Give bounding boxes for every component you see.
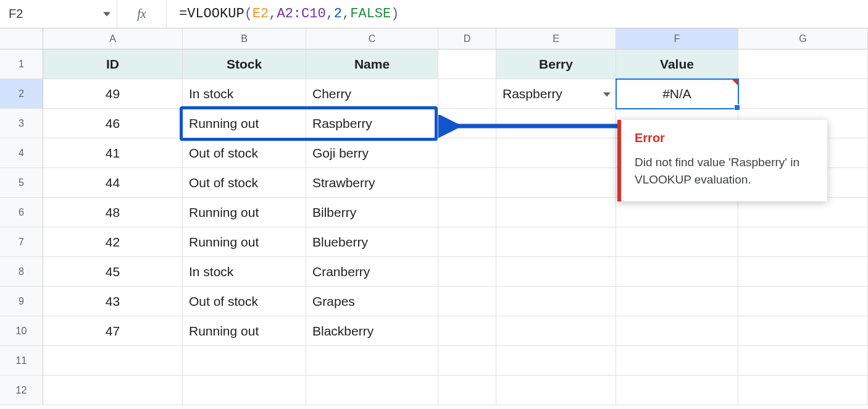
cell-B12[interactable] — [183, 376, 306, 405]
row-header-5[interactable]: 5 — [0, 168, 43, 198]
cell-B3[interactable]: Running out — [183, 109, 306, 138]
row-header-8[interactable]: 8 — [0, 257, 43, 287]
cell-B1[interactable]: Stock — [183, 49, 306, 79]
cell-E5[interactable] — [496, 168, 616, 198]
col-header-D[interactable]: D — [438, 28, 496, 49]
cell-G10[interactable] — [738, 316, 868, 346]
cell-A1[interactable]: ID — [43, 49, 183, 79]
cell-A11[interactable] — [43, 346, 183, 376]
cell-E11[interactable] — [496, 346, 616, 376]
name-box-dropdown-icon[interactable] — [103, 7, 111, 21]
cell-E1[interactable]: Berry — [496, 49, 616, 79]
cell-D6[interactable] — [438, 198, 496, 227]
cell-D8[interactable] — [438, 257, 496, 287]
cell-F10[interactable] — [616, 316, 738, 346]
cell-G2[interactable] — [738, 79, 868, 109]
cell-B9[interactable]: Out of stock — [183, 287, 306, 316]
cell-D2[interactable] — [438, 79, 496, 109]
cell-G11[interactable] — [738, 346, 868, 376]
row-header-3[interactable]: 3 — [0, 109, 43, 138]
cell-C8[interactable]: Cranberry — [306, 257, 438, 287]
cell-E2[interactable]: Raspberry — [496, 79, 616, 109]
cell-C2[interactable]: Cherry — [306, 79, 438, 109]
col-header-C[interactable]: C — [306, 28, 438, 49]
row-header-11[interactable]: 11 — [0, 346, 43, 376]
cell-E8[interactable] — [496, 257, 616, 287]
cell-C6[interactable]: Bilberry — [306, 198, 438, 227]
cell-G6[interactable] — [738, 198, 868, 227]
cell-C10[interactable]: Blackberry — [306, 316, 438, 346]
cell-E4[interactable] — [496, 138, 616, 168]
row-header-4[interactable]: 4 — [0, 138, 43, 168]
cell-D7[interactable] — [438, 227, 496, 257]
col-header-E[interactable]: E — [496, 28, 616, 49]
cell-G7[interactable] — [738, 227, 868, 257]
cell-F1[interactable]: Value — [616, 49, 738, 79]
cell-D5[interactable] — [438, 168, 496, 198]
cell-C5[interactable]: Strawberry — [306, 168, 438, 198]
dropdown-icon[interactable] — [603, 86, 611, 101]
cell-F6[interactable] — [616, 198, 738, 227]
cell-A10[interactable]: 47 — [43, 316, 183, 346]
cell-A12[interactable] — [43, 376, 183, 405]
row-header-7[interactable]: 7 — [0, 227, 43, 257]
cell-D3[interactable] — [438, 109, 496, 138]
cell-G9[interactable] — [738, 287, 868, 316]
cell-A9[interactable]: 43 — [43, 287, 183, 316]
cell-B4[interactable]: Out of stock — [183, 138, 306, 168]
cell-B11[interactable] — [183, 346, 306, 376]
cell-C3[interactable]: Raspberry — [306, 109, 438, 138]
name-box[interactable]: F2 — [0, 0, 117, 28]
cell-A3[interactable]: 46 — [43, 109, 183, 138]
col-header-B[interactable]: B — [183, 28, 306, 49]
cell-F11[interactable] — [616, 346, 738, 376]
formula-input[interactable]: =VLOOKUP(E2,A2:C10,2,FALSE) — [167, 0, 868, 28]
cell-B8[interactable]: In stock — [183, 257, 306, 287]
cell-B10[interactable]: Running out — [183, 316, 306, 346]
cell-D4[interactable] — [438, 138, 496, 168]
cell-C11[interactable] — [306, 346, 438, 376]
cell-C4[interactable]: Goji berry — [306, 138, 438, 168]
row-header-10[interactable]: 10 — [0, 316, 43, 346]
select-all-corner[interactable] — [0, 28, 43, 49]
cell-B7[interactable]: Running out — [183, 227, 306, 257]
cell-A2[interactable]: 49 — [43, 79, 183, 109]
cell-E3[interactable] — [496, 109, 616, 138]
row-header-6[interactable]: 6 — [0, 198, 43, 227]
cell-A8[interactable]: 45 — [43, 257, 183, 287]
cell-E10[interactable] — [496, 316, 616, 346]
cell-G8[interactable] — [738, 257, 868, 287]
cell-A7[interactable]: 42 — [43, 227, 183, 257]
cell-D11[interactable] — [438, 346, 496, 376]
cell-F12[interactable] — [616, 376, 738, 405]
cell-B2[interactable]: In stock — [183, 79, 306, 109]
cell-A6[interactable]: 48 — [43, 198, 183, 227]
cell-G12[interactable] — [738, 376, 868, 405]
row-header-1[interactable]: 1 — [0, 49, 43, 79]
cell-C7[interactable]: Blueberry — [306, 227, 438, 257]
cell-C9[interactable]: Grapes — [306, 287, 438, 316]
cell-A4[interactable]: 41 — [43, 138, 183, 168]
cell-E9[interactable] — [496, 287, 616, 316]
row-header-2[interactable]: 2 — [0, 79, 43, 109]
cell-F7[interactable] — [616, 227, 738, 257]
cell-C1[interactable]: Name — [306, 49, 438, 79]
row-header-9[interactable]: 9 — [0, 287, 43, 316]
cell-F8[interactable] — [616, 257, 738, 287]
cell-A5[interactable]: 44 — [43, 168, 183, 198]
cell-F2[interactable]: #N/A — [616, 79, 738, 109]
col-header-F[interactable]: F — [616, 28, 738, 49]
cell-D1[interactable] — [438, 49, 496, 79]
cell-C12[interactable] — [306, 376, 438, 405]
cell-B5[interactable]: Out of stock — [183, 168, 306, 198]
cell-E6[interactable] — [496, 198, 616, 227]
cell-D9[interactable] — [438, 287, 496, 316]
cell-F9[interactable] — [616, 287, 738, 316]
cell-D10[interactable] — [438, 316, 496, 346]
row-header-12[interactable]: 12 — [0, 376, 43, 405]
cell-G1[interactable] — [738, 49, 868, 79]
col-header-A[interactable]: A — [43, 28, 183, 49]
cell-B6[interactable]: Running out — [183, 198, 306, 227]
cell-E12[interactable] — [496, 376, 616, 405]
col-header-G[interactable]: G — [738, 28, 868, 49]
